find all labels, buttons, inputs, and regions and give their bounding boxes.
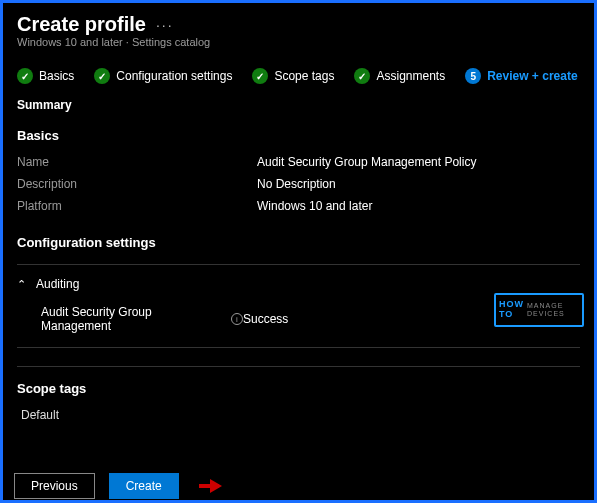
info-icon[interactable]: i	[231, 313, 243, 325]
more-icon[interactable]: ···	[156, 17, 174, 33]
setting-row: Audit Security Group Management i Succes…	[3, 297, 594, 341]
label-name: Name	[17, 155, 257, 169]
row-description: Description No Description	[3, 173, 594, 195]
divider	[17, 347, 580, 348]
page-title: Create profile	[17, 13, 146, 36]
create-button[interactable]: Create	[109, 473, 179, 499]
step-scope[interactable]: ✓ Scope tags	[252, 68, 334, 84]
label-description: Description	[17, 177, 257, 191]
step-number-icon: 5	[465, 68, 481, 84]
setting-label: Audit Security Group Management	[41, 305, 225, 333]
watermark-txt: MANAGE DEVICES	[527, 302, 565, 317]
step-config[interactable]: ✓ Configuration settings	[94, 68, 232, 84]
summary-heading: Summary	[3, 90, 594, 120]
page-header: Create profile ··· Windows 10 and later …	[3, 3, 594, 50]
scope-value: Default	[3, 404, 594, 422]
divider	[17, 264, 580, 265]
setting-value: Success	[243, 312, 288, 326]
row-platform: Platform Windows 10 and later	[3, 195, 594, 217]
arrow-annotation-icon	[199, 479, 229, 493]
scope-heading: Scope tags	[3, 373, 594, 404]
check-icon: ✓	[17, 68, 33, 84]
watermark-how: HOW TO	[496, 300, 527, 320]
auditing-label: Auditing	[36, 277, 79, 291]
config-heading: Configuration settings	[3, 227, 594, 258]
watermark-logo: HOW TO MANAGE DEVICES	[494, 293, 584, 327]
row-name: Name Audit Security Group Management Pol…	[3, 151, 594, 173]
page-subtitle: Windows 10 and later · Settings catalog	[17, 36, 580, 48]
basics-heading: Basics	[3, 120, 594, 151]
wizard-steps: ✓ Basics ✓ Configuration settings ✓ Scop…	[3, 50, 594, 90]
step-review[interactable]: 5 Review + create	[465, 68, 577, 84]
check-icon: ✓	[94, 68, 110, 84]
value-platform: Windows 10 and later	[257, 199, 372, 213]
previous-button[interactable]: Previous	[14, 473, 95, 499]
label-platform: Platform	[17, 199, 257, 213]
step-assignments[interactable]: ✓ Assignments	[354, 68, 445, 84]
check-icon: ✓	[252, 68, 268, 84]
footer-actions: Previous Create	[14, 473, 229, 499]
value-description: No Description	[257, 177, 336, 191]
check-icon: ✓	[354, 68, 370, 84]
chevron-up-icon: ⌃	[17, 278, 26, 291]
divider	[17, 366, 580, 367]
value-name: Audit Security Group Management Policy	[257, 155, 476, 169]
step-basics[interactable]: ✓ Basics	[17, 68, 74, 84]
